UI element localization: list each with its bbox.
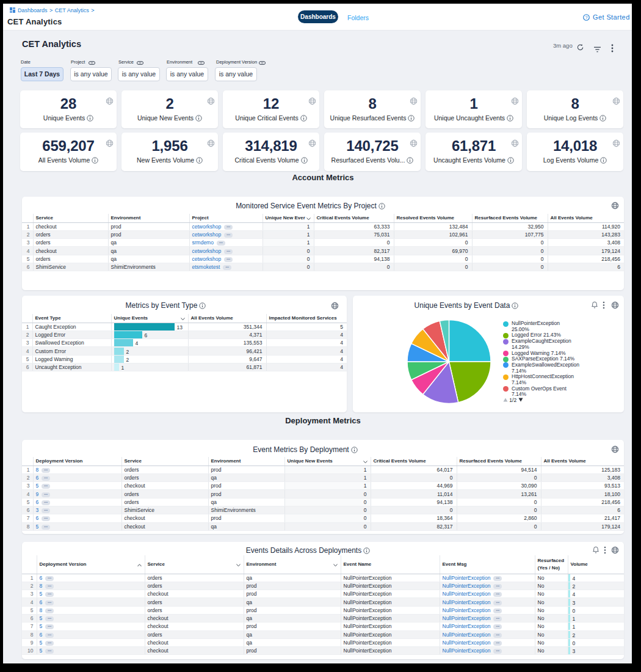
svg-text:?: ? <box>585 15 587 20</box>
